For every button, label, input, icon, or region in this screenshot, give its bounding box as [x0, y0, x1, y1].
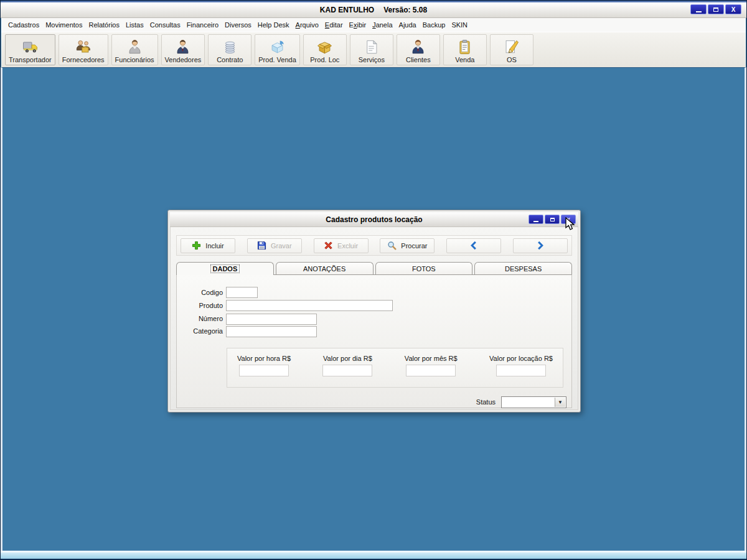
menu-item-financeiro[interactable]: Financeiro: [184, 19, 222, 30]
plus-icon: [192, 241, 201, 250]
menu-item-ajuda[interactable]: Ajuda: [396, 19, 420, 30]
save-icon: [257, 241, 266, 250]
dialog-close-button[interactable]: X: [561, 215, 576, 224]
dialog-title: Cadastro produtos locação: [326, 215, 422, 224]
menu-item-cadastros[interactable]: Cadastros: [5, 19, 42, 30]
incluir-label: Incluir: [205, 242, 223, 250]
toolbar-label-clientes: Clientes: [406, 56, 431, 63]
tab-dados[interactable]: DADOS: [176, 262, 274, 275]
dialog-action-panel: Incluir Gravar Excluir Procurar: [176, 235, 572, 256]
dialog-minimize-button[interactable]: [529, 215, 543, 224]
toolbar-label-fornecedores: Fornecedores: [62, 56, 105, 63]
delete-icon: [324, 241, 333, 250]
menu-item-backup[interactable]: Backup: [420, 19, 449, 30]
services-document-icon: [363, 38, 380, 56]
menu-item-janela[interactable]: Janela: [369, 19, 395, 30]
menu-item-help-desk[interactable]: Help Desk: [255, 19, 293, 30]
valor-hora-field[interactable]: [239, 365, 289, 376]
toolbar-label-venda: Venda: [455, 56, 474, 63]
tab-despesas[interactable]: DESPESAS: [474, 262, 572, 274]
toolbar-label-vendedores: Vendedores: [165, 56, 202, 63]
screen: { "app": { "title": "KAD ENTULHO", "vers…: [0, 0, 747, 560]
menu-item-editar[interactable]: Editar: [322, 19, 346, 30]
valor-hora-label: Valor por hora R$: [237, 355, 291, 362]
suppliers-icon: [75, 38, 92, 56]
incluir-button[interactable]: Incluir: [181, 238, 235, 253]
tab-anotacoes[interactable]: ANOTAÇÕES: [276, 262, 374, 274]
bottom-bar: [1, 553, 746, 559]
status-combobox[interactable]: ▼: [501, 396, 566, 408]
procurar-label: Procurar: [401, 242, 427, 250]
toolbar-button-contrato[interactable]: Contrato: [208, 34, 251, 65]
excluir-button[interactable]: Excluir: [314, 238, 369, 253]
toolbar-label-transportador: Transportador: [9, 56, 52, 63]
tab-anotacoes-label: ANOTAÇÕES: [303, 265, 345, 273]
close-icon: X: [731, 6, 736, 13]
codigo-field[interactable]: [226, 287, 258, 298]
work-order-pencil-icon: [503, 38, 520, 56]
previous-record-button[interactable]: [446, 238, 501, 253]
valor-hora-column: Valor por hora R$: [237, 355, 291, 387]
toolbar-label-prod-venda: Prod. Venda: [258, 56, 296, 63]
tab-fotos-label: FOTOS: [412, 265, 436, 273]
menu-item-skin[interactable]: SKIN: [448, 19, 471, 30]
toolbar-button-transportador[interactable]: Transportador: [5, 34, 55, 65]
product-rental-box-icon: [316, 38, 333, 56]
toolbar-button-prod-venda[interactable]: Prod. Venda: [255, 34, 300, 65]
dialog-titlebar: Cadastro produtos locação X: [170, 212, 578, 227]
app-version: Versão: 5.08: [383, 6, 427, 14]
maximize-button[interactable]: [708, 4, 724, 14]
produto-field[interactable]: [226, 300, 393, 311]
employee-icon: [126, 38, 143, 56]
valor-mes-label: Valor por mês R$: [405, 355, 458, 362]
menu-item-exibir[interactable]: Exibir: [346, 19, 370, 30]
menu-item-diversos[interactable]: Diversos: [222, 19, 255, 30]
menu-item-relatorios[interactable]: Relatórios: [85, 19, 123, 30]
tab-content-dados: Codigo Produto Número Categoria Valor po…: [176, 274, 572, 408]
toolbar-button-os[interactable]: OS: [490, 34, 533, 65]
menu-bar: CadastrosMovimentosRelatóriosListasConsu…: [1, 18, 746, 32]
codigo-label: Codigo: [178, 289, 223, 296]
chevron-down-icon: ▼: [558, 399, 563, 405]
toolbar-button-prod-loc[interactable]: Prod. Loc: [303, 34, 347, 65]
minimize-button[interactable]: [690, 4, 707, 14]
combo-dropdown-button[interactable]: ▼: [555, 398, 565, 407]
toolbar-button-clientes[interactable]: Clientes: [397, 34, 440, 65]
maximize-icon: [550, 218, 555, 222]
procurar-button[interactable]: Procurar: [380, 238, 435, 253]
app-window: KAD ENTULHO Versão: 5.08 X CadastrosMovi…: [0, 0, 747, 560]
toolbar-button-vendedores[interactable]: Vendedores: [161, 34, 205, 65]
toolbar-label-prod-loc: Prod. Loc: [310, 56, 339, 63]
close-button[interactable]: X: [725, 4, 741, 14]
app-titlebar: KAD ENTULHO Versão: 5.08 X: [1, 2, 746, 18]
truck-icon: [22, 38, 39, 56]
toolbar-button-funcionarios[interactable]: Funcionários: [111, 34, 158, 65]
gravar-button[interactable]: Gravar: [247, 238, 302, 253]
contract-coins-icon: [222, 38, 238, 56]
toolbar-button-fornecedores[interactable]: Fornecedores: [59, 34, 108, 65]
menu-item-listas[interactable]: Listas: [123, 19, 147, 30]
tab-dados-label: DADOS: [211, 265, 240, 273]
menu-item-movimentos[interactable]: Movimentos: [42, 19, 85, 30]
valor-mes-field[interactable]: [406, 365, 456, 376]
numero-field[interactable]: [226, 314, 317, 325]
toolbar-label-contrato: Contrato: [217, 56, 243, 63]
dialog-maximize-button[interactable]: [545, 215, 560, 224]
categoria-field[interactable]: [226, 326, 317, 337]
toolbar-button-servicos[interactable]: Serviços: [350, 34, 393, 65]
toolbar-button-venda[interactable]: Venda: [443, 34, 487, 65]
categoria-label: Categoria: [178, 327, 223, 335]
valores-groupbox: Valor por hora R$ Valor por dia R$ Valor…: [227, 348, 563, 388]
chevron-left-icon: [469, 241, 479, 250]
clients-icon: [410, 38, 426, 56]
next-record-button[interactable]: [513, 238, 568, 253]
status-label: Status: [443, 398, 496, 406]
tab-fotos[interactable]: FOTOS: [375, 262, 473, 274]
valor-locacao-field[interactable]: [496, 365, 546, 376]
menu-item-arquivo[interactable]: Arquivo: [293, 19, 322, 30]
valor-mes-column: Valor por mês R$: [405, 355, 458, 387]
valor-dia-field[interactable]: [322, 365, 372, 376]
menu-item-consultas[interactable]: Consultas: [147, 19, 184, 30]
dialog-body: Incluir Gravar Excluir Procurar: [170, 227, 578, 410]
valor-locacao-column: Valor por locação R$: [489, 355, 553, 387]
